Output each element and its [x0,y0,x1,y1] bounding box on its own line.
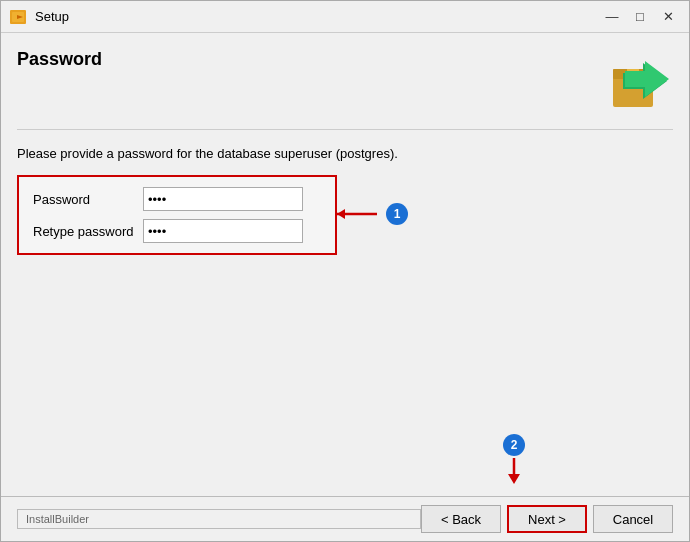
password-input[interactable] [143,187,303,211]
password-form-box: Password Retype password [17,175,337,255]
app-icon [9,7,29,27]
setup-window: Setup — □ ✕ Password [0,0,690,542]
page-title: Password [17,49,102,70]
retype-input[interactable] [143,219,303,243]
main-body: 2 [17,255,673,496]
content-area: Password Please provide a password for t… [1,33,689,496]
page-header: Password [17,49,673,113]
minimize-button[interactable]: — [599,6,625,28]
retype-label: Retype password [33,224,143,239]
footer: InstallBuilder < Back Next > Cancel [1,496,689,541]
annotation-arrow-2-svg [503,456,525,486]
close-button[interactable]: ✕ [655,6,681,28]
retype-row: Retype password [33,219,321,243]
cancel-button[interactable]: Cancel [593,505,673,533]
maximize-button[interactable]: □ [627,6,653,28]
footer-buttons: < Back Next > Cancel [421,505,673,533]
annotation-arrow-1-svg [327,203,382,225]
svg-marker-11 [508,474,520,484]
separator [17,129,673,130]
title-bar: Setup — □ ✕ [1,1,689,33]
annotation-2: 2 [503,434,525,486]
header-icon [609,49,673,113]
password-label: Password [33,192,143,207]
password-row: Password [33,187,321,211]
window-title: Setup [35,9,599,24]
next-button[interactable]: Next > [507,505,587,533]
brand-label: InstallBuilder [17,509,421,529]
window-controls: — □ ✕ [599,6,681,28]
back-button[interactable]: < Back [421,505,501,533]
svg-marker-9 [337,209,345,219]
description-text: Please provide a password for the databa… [17,146,673,161]
annotation-circle-2: 2 [503,434,525,456]
annotation-1: 1 [327,203,408,225]
annotation-circle-1: 1 [386,203,408,225]
